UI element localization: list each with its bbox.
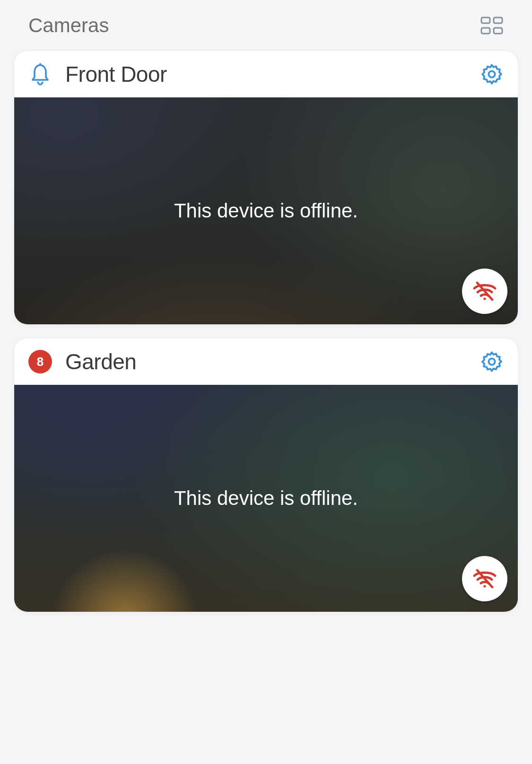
svg-point-4 [488,71,495,77]
camera-card: 8 Garden This device is offline. [14,339,518,612]
camera-settings-button[interactable] [480,350,504,373]
wifi-off-icon [472,568,497,589]
camera-name: Garden [65,349,467,374]
offline-indicator-chip[interactable] [462,556,507,601]
layout-grid-button[interactable] [480,16,504,35]
svg-point-7 [488,358,495,365]
camera-preview[interactable]: This device is offline. [14,385,518,612]
camera-card-header: Front Door [14,51,518,97]
svg-rect-3 [494,28,502,34]
camera-name: Front Door [65,61,467,87]
grid-icon [480,16,504,35]
offline-status-text: This device is offline. [174,487,358,510]
wifi-off-icon [472,281,497,302]
camera-card: Front Door This device is offline. [14,51,518,324]
page-title: Cameras [28,14,109,37]
page-header: Cameras [0,0,532,46]
offline-status-text: This device is offline. [174,200,358,222]
gear-icon [480,62,504,86]
offline-indicator-chip[interactable] [462,269,507,314]
svg-rect-2 [481,28,490,34]
cameras-page: Cameras Front Door [0,0,532,645]
camera-preview[interactable]: This device is offline. [14,97,518,324]
notification-badge[interactable]: 8 [28,350,52,373]
svg-rect-0 [481,17,490,23]
bell-icon [28,62,52,86]
camera-card-header: 8 Garden [14,339,518,385]
svg-point-8 [483,585,486,587]
gear-icon [480,350,504,373]
camera-settings-button[interactable] [480,62,504,86]
svg-rect-1 [494,17,502,23]
svg-point-5 [483,297,486,300]
